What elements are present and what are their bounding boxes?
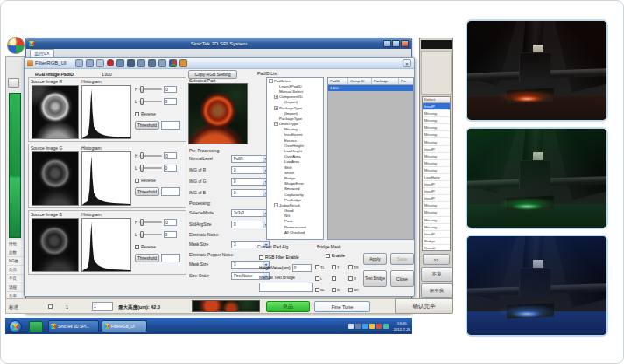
taskbar-clock[interactable]: 13:05 2012-7-26	[393, 320, 410, 332]
threshold-button[interactable]: Threshold	[135, 121, 159, 130]
tree-item[interactable]: All Checked	[267, 229, 323, 234]
fine-tune-button[interactable]: Fine Tune	[314, 301, 370, 312]
l-value-input[interactable]: 0	[164, 164, 177, 172]
save-icon[interactable]	[86, 60, 94, 67]
main-window-titlebar[interactable]: SinicTek 3D SPI System	[26, 38, 411, 49]
h-value-input[interactable]: 0	[164, 219, 177, 226]
height-value-input[interactable]: 0	[292, 264, 312, 272]
column-header[interactable]: Pin	[399, 78, 413, 84]
l-slider[interactable]	[139, 101, 162, 102]
defect-row[interactable]: Missing	[423, 117, 450, 124]
defect-row[interactable]: InsufP	[423, 181, 450, 188]
h-slider[interactable]	[139, 88, 162, 90]
defect-row[interactable]: Missing	[423, 217, 450, 224]
dropdown[interactable]: FullN▾	[231, 155, 270, 163]
image-icon[interactable]	[137, 60, 145, 67]
save-button[interactable]: Save	[390, 253, 414, 265]
threshold-button[interactable]: Threshold	[135, 187, 159, 196]
defect-row[interactable]: InsufP	[423, 188, 450, 195]
reverse-checkbox[interactable]	[135, 112, 139, 116]
tree-expander-icon[interactable]: -	[274, 122, 278, 126]
reverse-checkbox[interactable]	[135, 245, 139, 249]
tree-expander-icon[interactable]: -	[269, 79, 273, 83]
status-input[interactable]: 1	[92, 302, 113, 311]
dialog-close-icon[interactable]: ×	[403, 60, 411, 67]
select-region-icon[interactable]	[116, 60, 124, 67]
open-icon[interactable]	[75, 60, 83, 67]
app-logo-icon[interactable]	[7, 37, 25, 54]
l-slider[interactable]	[139, 167, 162, 169]
dropdown[interactable]: 0▾	[231, 189, 270, 197]
maximize-button[interactable]	[392, 40, 400, 47]
tree-expander-icon[interactable]: -	[274, 203, 278, 207]
defect-column-header[interactable]: Defect	[423, 97, 450, 103]
defect-row[interactable]: Missing	[423, 160, 450, 167]
tray-icon[interactable]	[355, 324, 361, 329]
threshold-input[interactable]	[161, 254, 180, 262]
bridge-mask-checkbox[interactable]	[348, 288, 353, 292]
more-button[interactable]: >>	[423, 254, 450, 265]
start-button[interactable]	[9, 320, 22, 333]
defect-row[interactable]: InsufP	[423, 195, 450, 202]
measure-icon[interactable]	[158, 60, 166, 67]
minimize-button[interactable]	[383, 40, 391, 47]
dropdown[interactable]: 0▾	[231, 220, 270, 228]
confirm-complete-button[interactable]: 确认完毕	[395, 298, 453, 314]
defect-row[interactable]: InsufP	[423, 146, 450, 153]
threshold-input[interactable]	[161, 187, 180, 196]
padid-list-body[interactable]	[328, 91, 413, 240]
quick-launch-icon[interactable]	[29, 321, 43, 332]
threshold-button[interactable]: Threshold	[135, 254, 159, 262]
bridge-mask-enable-checkbox[interactable]	[326, 254, 330, 258]
close-button[interactable]	[401, 40, 409, 47]
column-header[interactable]: PadID	[328, 78, 348, 84]
defect-row[interactable]: Bridge	[423, 238, 450, 245]
defect-row[interactable]: Missing	[423, 224, 450, 231]
tray-icon[interactable]	[369, 324, 375, 329]
cursor-icon[interactable]	[96, 60, 104, 67]
bridge-mask-checkbox[interactable]	[332, 288, 336, 292]
l-slider[interactable]	[139, 234, 162, 235]
h-value-input[interactable]: 0	[164, 152, 177, 159]
defect-row[interactable]: Missing	[423, 209, 450, 216]
tree-expander-icon[interactable]: +	[274, 94, 278, 99]
l-value-input[interactable]: 0	[164, 231, 177, 238]
l-value-input[interactable]: 0	[164, 98, 177, 105]
defect-row[interactable]: Missing	[423, 167, 450, 174]
column-header[interactable]: Comp ID	[348, 78, 372, 84]
test-bridge-button[interactable]: Test Bridge	[363, 270, 387, 287]
dropdown[interactable]: 0▾	[231, 178, 270, 186]
h-slider[interactable]	[139, 155, 162, 157]
defect-row[interactable]: Missing	[423, 110, 450, 117]
defect-row[interactable]: InsufP	[423, 231, 450, 238]
bridge-mask-checkbox[interactable]	[332, 276, 336, 281]
padid-list-selected-row[interactable]: 1300	[328, 85, 413, 91]
defect-row[interactable]: InsufP	[423, 103, 450, 110]
ng-button[interactable]: 不良	[421, 267, 452, 282]
h-slider[interactable]	[139, 221, 162, 223]
defect-row[interactable]: Missing	[423, 131, 450, 138]
help-icon[interactable]	[179, 60, 187, 67]
rgb-icon[interactable]	[169, 60, 177, 67]
dropdown[interactable]: 3x3x3▾	[231, 209, 270, 217]
defect-row[interactable]: Missing	[423, 124, 450, 131]
bridge-mask-checkbox[interactable]	[315, 265, 319, 270]
record-icon[interactable]	[107, 60, 114, 66]
tray-icon[interactable]	[383, 324, 389, 329]
apply-button[interactable]: Apply	[363, 253, 387, 265]
pass-button[interactable]: 良品	[266, 301, 310, 312]
defect-row[interactable]: Coordi	[423, 245, 450, 251]
close-dialog-button[interactable]: Close	[390, 270, 414, 287]
reverse-checkbox[interactable]	[135, 178, 139, 183]
taskbar-item-dialog[interactable]: FilterRGB_UI	[102, 320, 147, 332]
bridge-mask-checkbox[interactable]	[315, 288, 319, 292]
h-value-input[interactable]: 0	[164, 86, 177, 93]
defect-row[interactable]: Missing	[423, 138, 450, 145]
bridge-mask-checkbox[interactable]	[348, 276, 353, 281]
rgb-filter-enable-checkbox[interactable]	[259, 256, 263, 260]
taskbar-item-spi[interactable]: SinicTek 3D SPI...	[48, 320, 99, 332]
tray-icon[interactable]	[376, 324, 382, 329]
defect-row[interactable]: LowHang	[423, 174, 450, 181]
tray-icon[interactable]	[348, 324, 354, 329]
manual-test-bridge-input[interactable]	[259, 283, 313, 292]
